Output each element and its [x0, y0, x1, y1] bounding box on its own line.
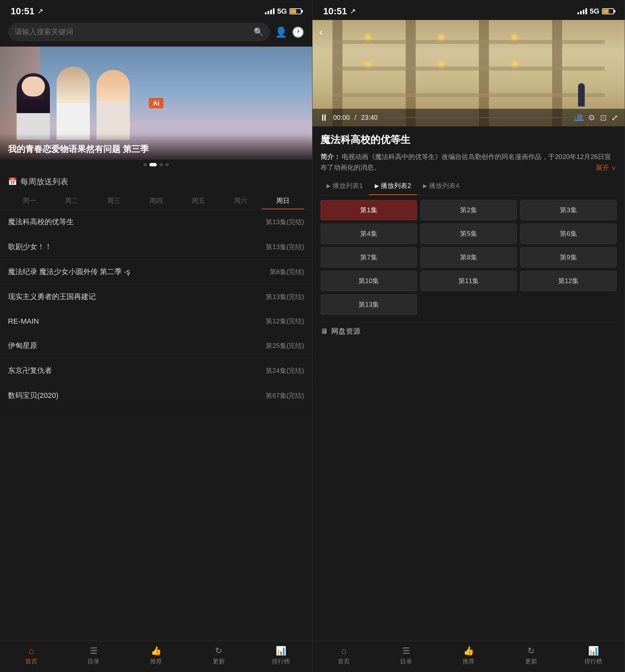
- list-item[interactable]: 伊甸星原 第25集(完结): [0, 333, 312, 358]
- playlist-tab-1[interactable]: ▶ 播放列表1: [321, 177, 369, 195]
- expand-button[interactable]: 展开 ∨: [596, 163, 617, 172]
- back-button[interactable]: ‹: [319, 25, 323, 38]
- ep-3-button[interactable]: 第3集: [520, 200, 617, 220]
- nav-update-right[interactable]: ↻ 更新: [500, 646, 562, 665]
- catalog-icon-left: ☰: [90, 646, 97, 656]
- nav-recommend-label-left: 推荐: [150, 657, 162, 665]
- tab-thu[interactable]: 周四: [135, 193, 177, 209]
- ep-6-button[interactable]: 第6集: [520, 223, 617, 244]
- signal-bars-left: [265, 8, 275, 14]
- video-player[interactable]: ‹ ⏸ 00:00 /: [312, 20, 625, 126]
- list-item[interactable]: 数码宝贝(2020) 第67集(完结): [0, 383, 312, 408]
- playlist-tab-4[interactable]: ▶ 播放列表4: [417, 177, 465, 195]
- recommend-icon-right: 👍: [463, 646, 474, 656]
- user-icon[interactable]: 👤: [275, 26, 287, 38]
- search-input[interactable]: [15, 28, 250, 36]
- anime-list: 魔法科高校的优等生 第13集(完结) 歌剧少女！！ 第13集(完结) 魔法纪录 …: [0, 210, 312, 672]
- tab-fri[interactable]: 周五: [177, 193, 219, 209]
- nav-catalog-right[interactable]: ☰ 目录: [375, 646, 438, 665]
- nav-rank-label-left: 排行榜: [272, 657, 290, 665]
- time-separator: /: [354, 114, 356, 121]
- play-icon-tab4: ▶: [423, 183, 427, 189]
- rank-icon-left: 📊: [276, 646, 286, 656]
- search-input-wrap[interactable]: 🔍: [8, 23, 270, 41]
- 5g-label-left: 5G: [277, 7, 287, 16]
- progress-bar[interactable]: [383, 117, 569, 118]
- arrow-right: ↗: [350, 7, 356, 16]
- settings-icon[interactable]: ⚙: [588, 113, 595, 122]
- right-panel: 10:51 ↗ 5G ‹: [312, 0, 625, 672]
- nav-home-label-right: 首页: [338, 657, 350, 665]
- dot-1[interactable]: [149, 163, 157, 166]
- 5g-label-right: 5G: [590, 7, 599, 16]
- arrow-left: ↗: [37, 7, 43, 16]
- tab-wed[interactable]: 周三: [93, 193, 135, 209]
- home-icon-right: ⌂: [341, 646, 346, 656]
- tab-sun[interactable]: 周日: [262, 193, 304, 209]
- signal-bars-right: [577, 8, 587, 14]
- catalog-icon-right: ☰: [402, 646, 410, 656]
- nav-catalog-left[interactable]: ☰ 目录: [63, 646, 125, 665]
- ep-10-button[interactable]: 第10集: [321, 271, 417, 291]
- playlist-tabs: ▶ 播放列表1 ▶ 播放列表2 ▶ 播放列表4: [321, 177, 617, 195]
- total-time: 23:40: [361, 114, 378, 121]
- ep-1-button[interactable]: 第1集: [321, 200, 417, 220]
- ep-4-button[interactable]: 第4集: [321, 223, 417, 244]
- episode-grid: 第1集 第2集 第3集 第4集 第5集 第6集 第7集 第8集 第9集 第10集…: [321, 200, 617, 315]
- ep-12-button[interactable]: 第12集: [520, 271, 617, 291]
- battery-left: [290, 8, 302, 14]
- nav-home-left[interactable]: ⌂ 首页: [0, 646, 63, 665]
- battery-fill-right: [603, 9, 609, 13]
- home-icon-left: ⌂: [29, 646, 34, 656]
- tab-sat[interactable]: 周六: [219, 193, 262, 209]
- nav-update-left[interactable]: ↻ 更新: [187, 646, 250, 665]
- ep-7-button[interactable]: 第7集: [321, 247, 417, 267]
- dot-0[interactable]: [143, 163, 147, 166]
- nav-recommend-right[interactable]: 👍 推荐: [437, 646, 500, 665]
- list-item[interactable]: 魔法科高校的优等生 第13集(完结): [0, 210, 312, 235]
- nav-update-label-right: 更新: [525, 657, 537, 665]
- nav-update-label-left: 更新: [213, 657, 225, 665]
- history-icon[interactable]: 🕐: [292, 26, 304, 38]
- playlist-tab-1-label: 播放列表1: [332, 181, 363, 190]
- status-icons-left: 5G: [265, 7, 302, 16]
- nav-rank-left[interactable]: 📊 排行榜: [250, 646, 312, 665]
- banner[interactable]: Ai 我的青春恋爱物语果然有问题 第三季: [0, 47, 312, 160]
- banner-title-text: 我的青春恋爱物语果然有问题 第三季: [8, 144, 149, 154]
- nav-home-right[interactable]: ⌂ 首页: [312, 646, 375, 665]
- tab-mon[interactable]: 周一: [8, 193, 50, 209]
- list-item[interactable]: 魔法纪录 魔法少女小圆外传 第二季 -ş 第8集(完结): [0, 260, 312, 284]
- update-icon-right: ↻: [528, 646, 535, 656]
- playlist-tab-4-label: 播放列表4: [429, 181, 459, 190]
- anime-title-right: 魔法科高校的优等生: [321, 133, 617, 147]
- list-item[interactable]: 东京卍复仇者 第24集(完结): [0, 358, 312, 383]
- pause-button[interactable]: ⏸: [319, 112, 328, 123]
- nav-rank-right[interactable]: 📊 排行榜: [562, 646, 625, 665]
- ep-11-button[interactable]: 第11集: [420, 271, 517, 291]
- search-icon[interactable]: 🔍: [254, 27, 263, 37]
- download-button[interactable]: ↓载: [573, 113, 583, 122]
- left-panel: 10:51 ↗ 5G 🔍 👤 🕐: [0, 0, 312, 672]
- pip-icon[interactable]: ⊡: [600, 113, 607, 122]
- dot-3[interactable]: [165, 163, 169, 166]
- nav-home-label-left: 首页: [25, 657, 37, 665]
- nav-recommend-left[interactable]: 👍 推荐: [125, 646, 187, 665]
- search-bar: 🔍 👤 🕐: [8, 23, 304, 41]
- ep-13-button[interactable]: 第13集: [321, 294, 417, 315]
- playlist-tab-2[interactable]: ▶ 播放列表2: [369, 177, 417, 195]
- list-item[interactable]: 现实主义勇者的王国再建记 第13集(完结): [0, 284, 312, 309]
- ep-8-button[interactable]: 第8集: [420, 247, 517, 267]
- tab-tue[interactable]: 周二: [50, 193, 93, 209]
- status-bar-left: 10:51 ↗ 5G: [0, 0, 312, 20]
- synopsis-section: 简介： 电视动画《魔法科高中的优等生》改编自佐岛勤创作的同名漫画作品，于2020…: [321, 151, 617, 173]
- ep-9-button[interactable]: 第9集: [520, 247, 617, 267]
- list-item[interactable]: 歌剧少女！！ 第13集(完结): [0, 235, 312, 260]
- fullscreen-button[interactable]: ⤢: [611, 113, 618, 122]
- banner-dots: [0, 160, 312, 170]
- dot-2[interactable]: [159, 163, 163, 166]
- ep-5-button[interactable]: 第5集: [420, 223, 517, 244]
- ai-badge: Ai: [149, 98, 163, 109]
- list-item[interactable]: RE-MAIN 第12集(完结): [0, 309, 312, 333]
- video-controls: ⏸ 00:00 / 23:40 ↓载 ⚙ ⊡ ⤢: [312, 109, 625, 126]
- ep-2-button[interactable]: 第2集: [420, 200, 517, 220]
